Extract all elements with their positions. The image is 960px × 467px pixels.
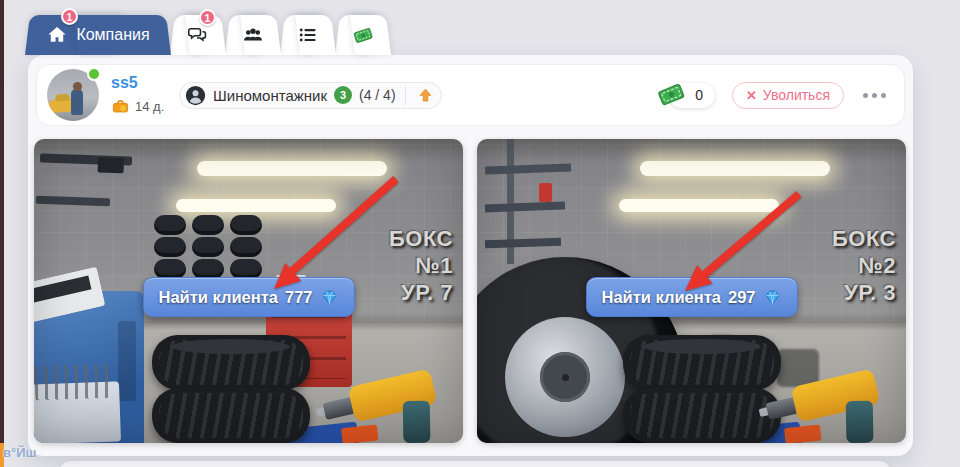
tire-stack: [623, 335, 783, 443]
find-client-button[interactable]: Найти клиента 297: [585, 277, 797, 317]
power-drill: [315, 355, 463, 443]
tire-changer-machine: [34, 291, 144, 443]
wall-shelf: [485, 238, 561, 249]
box-label: БОКС №2 УР. 3: [832, 225, 896, 306]
avatar[interactable]: [47, 69, 99, 121]
money-ticket-icon: [352, 24, 374, 46]
profession-icon: [185, 85, 206, 106]
ceiling-light: [197, 161, 387, 176]
jerry-can: [539, 183, 552, 202]
username-link[interactable]: ss5: [111, 74, 167, 92]
wheel-hub: [540, 352, 590, 402]
wall-shelf: [36, 196, 110, 207]
profession-level-badge: 3: [334, 86, 352, 104]
tab-company[interactable]: 1 Компания: [25, 15, 171, 55]
employee-card: ss5 14 д. Шиномонтажник 3 (4 / 4): [36, 64, 905, 126]
next-card-edge: [60, 461, 890, 467]
upgrade-profession-button[interactable]: [415, 84, 437, 106]
company-badge: 1: [61, 8, 78, 25]
ceiling-light: [176, 199, 336, 212]
close-icon: ✕: [746, 88, 757, 103]
tab-company-label: Компания: [76, 26, 149, 44]
chat-badge: 1: [199, 9, 216, 26]
tab-money[interactable]: [335, 15, 391, 55]
garage-box-1: БОКС №1 УР. 7 Найти клиента 777: [34, 139, 463, 443]
wall-shelf: [485, 164, 571, 175]
trolley-jack: [271, 422, 359, 443]
list-icon: [297, 24, 319, 46]
find-client-button[interactable]: Найти клиента 777: [142, 277, 354, 317]
online-status-dot: [87, 67, 101, 81]
tab-chat[interactable]: 1: [170, 15, 226, 55]
company-panel: ss5 14 д. Шиномонтажник 3 (4 / 4): [28, 55, 913, 456]
diamond-icon: [320, 288, 339, 307]
people-icon: [242, 24, 264, 46]
ceiling-light: [640, 161, 830, 176]
ceiling-light: [619, 199, 779, 212]
chat-icon: [187, 24, 209, 46]
garage-box-2: БОКС №2 УР. 3 Найти клиента 297: [477, 139, 906, 443]
profession-pill: Шиномонтажник 3 (4 / 4): [179, 82, 442, 109]
status-bar-link-text: в°Йш: [3, 445, 36, 460]
tab-bar: 1 Компания 1: [25, 15, 391, 55]
more-options-button[interactable]: [861, 89, 888, 102]
tab-list[interactable]: [280, 15, 336, 55]
browser-edge-strip: [0, 0, 4, 467]
pin-gauge-tray: [34, 381, 121, 443]
tire: [623, 388, 781, 443]
capacity-label: (4 / 4): [359, 87, 396, 103]
tab-members[interactable]: [225, 15, 281, 55]
wall-shelf: [485, 202, 565, 213]
box-label: БОКС №1 УР. 7: [389, 225, 453, 306]
wheel-rim: [505, 317, 625, 437]
quit-job-button[interactable]: ✕ Уволиться: [732, 82, 844, 109]
balance-value: 0: [695, 87, 703, 103]
tire: [152, 335, 310, 390]
trolley-jack: [714, 422, 802, 443]
tire: [152, 388, 310, 443]
home-icon: [46, 24, 68, 46]
profession-label: Шиномонтажник: [213, 87, 327, 104]
divider: [405, 86, 406, 105]
briefcase-icon: [111, 97, 130, 116]
floor-object: [777, 349, 819, 387]
work-days-label: 14 д.: [135, 99, 164, 114]
work-days: 14 д.: [111, 97, 167, 116]
wall-shelf: [40, 153, 132, 165]
power-drill: [758, 355, 906, 443]
money-ticket-icon: [656, 79, 686, 109]
diamond-icon: [763, 288, 782, 307]
tire: [623, 335, 781, 390]
floor-object: [709, 335, 735, 385]
tire-stack: [152, 335, 312, 443]
balance-display: 0: [656, 83, 715, 108]
quit-job-label: Уволиться: [763, 87, 830, 103]
shelf-pole: [507, 139, 514, 264]
up-arrow-icon: [416, 86, 435, 105]
